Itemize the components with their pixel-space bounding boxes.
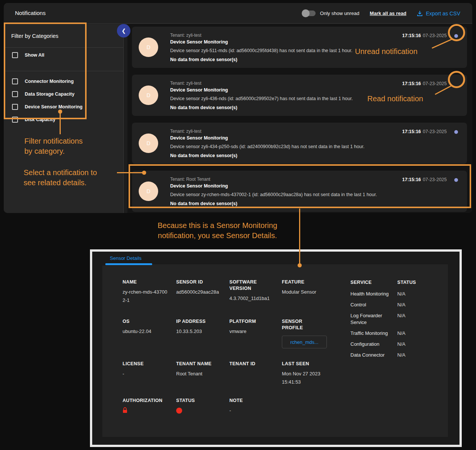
page-title: Notifications: [15, 10, 46, 16]
topbar-controls: Only show unread Mark all as read Export…: [302, 3, 460, 24]
checkbox[interactable]: [12, 78, 18, 84]
notification-message: Device sensor zy-rchen-mds-437002-1 (id:…: [170, 192, 377, 197]
chevron-left-icon: ❮: [121, 28, 126, 34]
notification-message: Device sensor zyli-511-mds (id: ad56000c…: [170, 48, 352, 53]
field-authorization: AUTHORIZATION: [123, 398, 176, 415]
service-row: Traffic Monitoring N/A: [350, 330, 444, 337]
notification-timestamp: 17:15:1607-23-2025: [402, 177, 447, 182]
field-software-version: SOFTWARE VERSION 4.3.7002_11d1ba1: [229, 279, 282, 318]
service-row: Health Monitoring N/A: [350, 291, 444, 297]
export-csv-label: Export as CSV: [426, 10, 460, 16]
filter-data-storage-capacity[interactable]: Data Storage Capacity: [4, 88, 123, 100]
field-sensor-id: SENSOR ID ad56000c29aac28a: [176, 279, 229, 318]
notification-tenant: Tenant: zyli-test: [170, 33, 201, 38]
sidebar-collapse-button[interactable]: ❮: [117, 24, 130, 38]
lock-icon: [123, 407, 168, 415]
notification-tenant: Tenant: zyli-test: [170, 81, 201, 86]
sensor-details-content: NAME zy-rchen-mds-437002-1 SENSOR ID ad5…: [102, 266, 448, 437]
filter-category-list: Connector Monitoring Data Storage Capaci…: [4, 71, 123, 126]
checkbox[interactable]: [12, 91, 18, 97]
service-row: Log Forwarder Service N/A: [350, 312, 444, 326]
status-red-dot: [176, 408, 182, 414]
notification-category: Device Sensor Monitoring: [170, 183, 228, 189]
notification-category: Device Sensor Monitoring: [170, 87, 228, 93]
checkbox[interactable]: [12, 117, 18, 123]
service-row: Data Connector N/A: [350, 352, 444, 358]
avatar: D: [139, 134, 158, 153]
notification-list: D Tenant: zyli-test Device Sensor Monito…: [127, 24, 472, 213]
filter-title: Filter by Categories: [4, 24, 123, 39]
mark-all-as-read-link[interactable]: Mark all as read: [370, 10, 407, 16]
notification-timestamp: 17:15:1607-23-2025: [402, 81, 447, 86]
field-os: OS ubuntu-22.04: [123, 318, 176, 361]
services-table: SERVICE STATUS Health Monitoring N/A Con…: [350, 279, 444, 363]
filter-disk-capacity[interactable]: Disk Capacity: [4, 113, 123, 126]
sensor-profile-button[interactable]: rchen_mds...: [282, 336, 327, 348]
filter-device-sensor-monitoring[interactable]: Device Sensor Monitoring: [4, 100, 123, 113]
export-csv-button[interactable]: Export as CSV: [417, 10, 460, 16]
page: Notifications Only show unread Mark all …: [0, 0, 476, 450]
service-row: Configuration N/A: [350, 341, 444, 348]
notification-card-2[interactable]: D Tenant: zyli-test Device Sensor Monito…: [132, 75, 467, 116]
field-sensor-profile: SENSOR PROFILE rchen_mds...: [282, 318, 350, 361]
services-header: SERVICE STATUS: [350, 279, 444, 286]
tab-sensor-details[interactable]: Sensor Details: [110, 255, 142, 261]
notification-summary: No data from device sensor(s): [170, 201, 237, 206]
notification-card-1[interactable]: D Tenant: zyli-test Device Sensor Monito…: [132, 27, 467, 68]
notification-summary: No data from device sensor(s): [170, 105, 237, 110]
only-show-unread-toggle[interactable]: [302, 10, 316, 16]
field-platform: PLATFORM vmware: [229, 318, 282, 361]
notification-card-3[interactable]: D Tenant: zyli-test Device Sensor Monito…: [132, 123, 467, 164]
annotation-because-text: Because this is a Sensor Monitoring noti…: [142, 220, 292, 241]
toggle-knob: [302, 9, 310, 17]
filter-show-all[interactable]: Show All: [4, 48, 123, 63]
field-status: STATUS: [176, 398, 229, 415]
checkbox[interactable]: [12, 104, 18, 110]
show-all-checkbox[interactable]: [12, 52, 18, 58]
field-license: LICENSE -: [123, 361, 176, 398]
topbar: Notifications Only show unread Mark all …: [4, 3, 472, 24]
unread-dot: [454, 178, 458, 182]
only-show-unread-label: Only show unread: [320, 10, 359, 16]
download-icon: [417, 10, 423, 16]
notification-category: Device Sensor Monitoring: [170, 39, 228, 45]
field-last-seen: LAST SEEN Mon Nov 27 2023 15:41:53: [282, 361, 350, 398]
avatar: D: [139, 182, 158, 201]
sensor-details-panel: Sensor Details NAME zy-rchen-mds-437002-…: [90, 249, 462, 447]
field-tenant-name: TENANT NAME Root Tenant: [176, 361, 229, 398]
notification-tenant: Tenant: Root Tenant: [170, 177, 210, 182]
notification-timestamp: 17:15:1607-23-2025: [402, 33, 447, 38]
filter-connector-monitoring[interactable]: Connector Monitoring: [4, 75, 123, 88]
field-tenant-id: TENANT ID: [229, 361, 282, 398]
tab-strip: [105, 265, 448, 265]
notification-summary: No data from device sensor(s): [170, 153, 237, 158]
notification-card-4-selected[interactable]: D Tenant: Root Tenant Device Sensor Moni…: [132, 171, 467, 212]
avatar: D: [139, 38, 158, 57]
notification-category: Device Sensor Monitoring: [170, 135, 228, 141]
unread-toggle-group: Only show unread: [302, 10, 359, 16]
field-name: NAME zy-rchen-mds-437002-1: [123, 279, 176, 318]
notification-message: Device sensor zyli-434-p250-sds (id: ad2…: [170, 144, 364, 149]
notification-tenant: Tenant: zyli-test: [170, 129, 201, 134]
notifications-app: Notifications Only show unread Mark all …: [4, 3, 472, 213]
field-feature: FEATURE Modular Sensor: [282, 279, 350, 318]
avatar: D: [139, 86, 158, 105]
notification-timestamp: 17:15:1607-23-2025: [402, 129, 447, 134]
unread-dot: [454, 130, 458, 134]
filter-sidebar: Filter by Categories Show All Connector …: [4, 24, 124, 213]
notification-summary: No data from device sensor(s): [170, 57, 237, 62]
notification-message: Device sensor zyli-436-nds (id: ad56000c…: [170, 96, 353, 101]
unread-dot: [454, 34, 458, 38]
tab-active-indicator: [105, 263, 152, 265]
service-row: Control N/A: [350, 302, 444, 308]
field-note: NOTE -: [229, 398, 282, 415]
field-ip-address: IP ADDRESS 10.33.5.203: [176, 318, 229, 361]
sensor-fields-grid: NAME zy-rchen-mds-437002-1 SENSOR ID ad5…: [123, 279, 350, 415]
